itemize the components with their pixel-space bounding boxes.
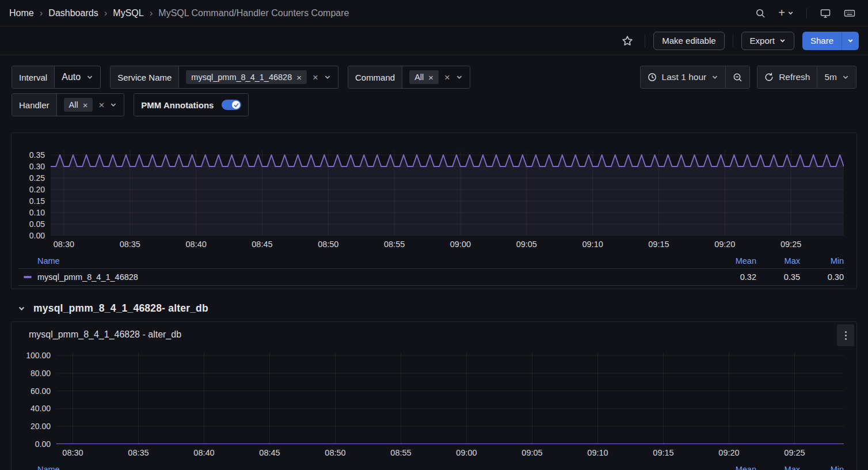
x-tick-label: 09:05 — [516, 240, 537, 249]
chevron-down-icon — [456, 74, 463, 81]
remove-value-icon[interactable]: × — [83, 101, 88, 109]
panel-menu-button[interactable] — [837, 324, 854, 346]
chart-plot-area[interactable] — [51, 150, 844, 236]
section-title: mysql_pmm_8_4_1_46828- alter_db — [33, 302, 208, 314]
keyboard-shortcuts-button[interactable] — [840, 5, 859, 21]
x-tick-label: 09:00 — [450, 240, 471, 249]
zoom-out-icon — [733, 73, 743, 82]
x-tick-label: 08:40 — [193, 448, 214, 457]
x-axis: 08:3008:3508:4008:4508:5008:5509:0009:05… — [56, 444, 844, 461]
handler-select[interactable]: All × × — [57, 94, 124, 116]
breadcrumb-home[interactable]: Home — [9, 8, 34, 18]
breadcrumb-separator-icon: › — [40, 7, 43, 19]
x-tick-label: 09:00 — [456, 448, 477, 457]
x-tick-label: 08:55 — [384, 240, 405, 249]
service-name-label: Service Name — [111, 66, 179, 88]
divider — [733, 35, 733, 47]
y-tick-label: 0.20 — [29, 185, 45, 194]
interval-select[interactable]: Auto — [55, 66, 100, 88]
x-axis: 08:3008:3508:4008:4508:5008:5509:0009:05… — [51, 236, 844, 253]
divider — [645, 35, 645, 47]
x-tick-label: 09:25 — [784, 448, 805, 457]
x-tick-label: 09:20 — [714, 240, 735, 249]
clear-selection-icon[interactable]: × — [444, 73, 450, 82]
command-label: Command — [348, 66, 402, 88]
remove-value-icon[interactable]: × — [296, 73, 302, 82]
breadcrumb-dashboards[interactable]: Dashboards — [48, 8, 98, 18]
x-tick-label: 09:15 — [653, 448, 673, 457]
y-tick-label: 0.25 — [29, 173, 45, 183]
divider — [806, 8, 807, 18]
legend-row: mysql_pmm_8_4_1_468280.320.350.30 — [18, 269, 844, 285]
dashboard-toolbar: Make editable Export Share — [0, 26, 868, 55]
search-button[interactable] — [752, 5, 769, 22]
y-tick-label: 0.00 — [35, 439, 51, 449]
x-tick-label: 08:30 — [62, 448, 83, 457]
chevron-down-icon — [86, 74, 93, 81]
timeseries-chart: 100.0080.0060.0040.0020.000.00 08:3008:3… — [18, 352, 844, 461]
toggle-knob — [232, 101, 240, 109]
x-tick-label: 09:20 — [718, 448, 739, 457]
legend-header-name[interactable]: Name — [37, 256, 60, 266]
add-new-button[interactable]: + — [775, 3, 797, 23]
y-tick-label: 0.00 — [29, 231, 45, 240]
kiosk-mode-button[interactable] — [816, 5, 835, 22]
y-tick-label: 20.00 — [31, 422, 51, 431]
legend-series-name[interactable]: mysql_pmm_8_4_1_46828 — [37, 272, 138, 282]
clock-icon — [648, 73, 657, 82]
legend-header-max[interactable]: Max — [756, 256, 800, 266]
service-name-select[interactable]: mysql_pmm_8_4_1_46828 × × — [179, 66, 338, 88]
chevron-down-icon — [779, 37, 786, 44]
favorite-star-button[interactable] — [618, 32, 637, 50]
panel-title: mysql_pmm_8_4_1_46828 - alter_db — [18, 329, 181, 340]
chart-plot-area[interactable] — [56, 352, 844, 444]
zoom-out-time-button[interactable] — [725, 66, 749, 88]
y-tick-label: 0.15 — [29, 196, 45, 206]
clear-selection-icon[interactable]: × — [313, 73, 318, 82]
clear-selection-icon[interactable]: × — [98, 100, 104, 110]
remove-value-icon[interactable]: × — [428, 73, 433, 82]
selected-value-chip: mysql_pmm_8_4_1_46828 × — [186, 70, 307, 84]
export-button[interactable]: Export — [741, 32, 794, 50]
share-options-button[interactable] — [842, 32, 859, 50]
y-tick-label: 80.00 — [31, 369, 51, 378]
y-tick-label: 40.00 — [31, 404, 51, 413]
legend-header-min[interactable]: Min — [800, 465, 844, 470]
chart-legend: NameMeanMaxMinmysql_pmm_8_4_1_468280.320… — [18, 254, 844, 286]
x-tick-label: 08:45 — [252, 240, 272, 249]
monitor-icon — [820, 8, 831, 18]
share-button[interactable]: Share — [802, 32, 842, 50]
legend-header-mean[interactable]: Mean — [713, 465, 756, 470]
legend-header-max[interactable]: Max — [756, 465, 800, 470]
command-select[interactable]: All × × — [402, 66, 470, 88]
breadcrumb-mysql[interactable]: MySQL — [113, 8, 143, 18]
time-range-picker[interactable]: Last 1 hour — [641, 66, 726, 88]
y-tick-label: 0.10 — [29, 208, 45, 217]
legend-header-mean[interactable]: Mean — [713, 256, 756, 266]
breadcrumb-separator-icon: › — [150, 7, 153, 19]
panel-alter-db: mysql_pmm_8_4_1_46828 - alter_db 100.008… — [11, 321, 857, 470]
refresh-interval-dropdown[interactable]: 5m — [817, 66, 856, 88]
x-tick-label: 08:30 — [54, 240, 74, 249]
chevron-down-icon — [787, 10, 794, 16]
y-tick-label: 0.35 — [29, 150, 45, 160]
plus-icon: + — [778, 6, 785, 20]
panel-header: mysql_pmm_8_4_1_46828 - alter_db — [18, 322, 844, 347]
y-tick-label: 60.00 — [31, 386, 51, 396]
y-axis: 100.0080.0060.0040.0020.000.00 — [18, 352, 56, 444]
series-color-swatch — [24, 276, 32, 278]
filter-command: Command All × × — [348, 66, 470, 89]
make-editable-button[interactable]: Make editable — [653, 32, 724, 50]
panel-command-counters: 0.350.300.250.200.150.100.050.00 08:3008… — [11, 132, 857, 289]
legend-header-min[interactable]: Min — [800, 256, 844, 266]
x-tick-label: 09:10 — [582, 240, 603, 249]
refresh-icon — [764, 73, 774, 82]
filter-interval: Interval Auto — [12, 66, 101, 89]
legend-header-name[interactable]: Name — [37, 465, 60, 470]
pmm-annotations-toggle[interactable] — [222, 100, 241, 110]
row-section-header[interactable]: mysql_pmm_8_4_1_46828- alter_db — [18, 300, 857, 317]
star-icon — [622, 35, 633, 47]
refresh-button[interactable]: Refresh — [757, 66, 817, 88]
selected-value-chip: All × — [409, 70, 439, 84]
chevron-down-icon — [110, 101, 117, 108]
